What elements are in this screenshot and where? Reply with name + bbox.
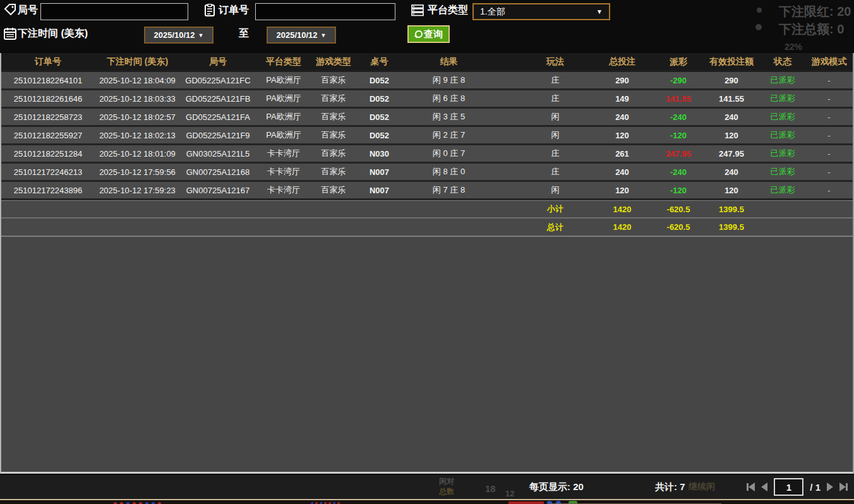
cell-bet-time: 2025-10-12 18:03:33 (95, 94, 180, 104)
cell-valid-bet: 240 (703, 112, 760, 122)
chevron-down-icon: ▼ (321, 32, 327, 39)
pager-controls: / 1 (747, 478, 848, 496)
bg-count-a: 18 (485, 483, 496, 494)
cell-play-type: 闲 (520, 111, 591, 123)
date-from-value: 2025/10/12 (154, 30, 195, 40)
cell-platform: PA欧洲厅 (256, 75, 311, 86)
cell-payout: -240 (654, 167, 703, 177)
subtotal-payout: -620.5 (654, 205, 703, 214)
first-page-button[interactable] (747, 483, 755, 491)
cell-table-number: D052 (356, 112, 403, 122)
cell-bet-time: 2025-10-12 17:59:56 (95, 167, 180, 177)
cell-game-mode: - (805, 186, 853, 195)
bet-history-table: 订单号下注时间 (美东)局号平台类型游戏类型桌号结果玩法总投注派彩有效投注额状态… (0, 53, 854, 474)
cell-play-type: 闲 (520, 129, 591, 141)
cell-order-number: 251012182258723 (1, 112, 95, 122)
cell-valid-bet: 120 (703, 131, 760, 140)
cell-game-type: 百家乐 (311, 93, 356, 104)
cell-game-mode: - (805, 94, 853, 104)
table-row[interactable]: 251012182258723 2025-10-12 18:02:57 GD05… (1, 109, 853, 127)
cell-round-number: GD05225A121F9 (180, 131, 256, 140)
cell-round-number: GD05225A121FB (180, 94, 256, 104)
next-page-button[interactable] (827, 483, 833, 491)
order-number-label: 订单号 (219, 4, 249, 17)
cell-round-number: GD05225A121FA (180, 112, 256, 122)
cell-platform: 卡卡湾厅 (256, 148, 311, 159)
cell-game-type: 百家乐 (311, 166, 356, 177)
order-number-input[interactable] (255, 3, 395, 20)
cell-play-type: 庄 (520, 148, 591, 159)
cell-result: 闲 0 庄 7 (403, 148, 495, 159)
platform-type-select[interactable]: 1.全部 ▼ (472, 3, 610, 20)
total-row: 总计 1420 -620.5 1399.5 (1, 219, 853, 237)
table-header-row: 订单号下注时间 (美东)局号平台类型游戏类型桌号结果玩法总投注派彩有效投注额状态… (1, 53, 853, 72)
cell-play-type: 庄 (520, 75, 591, 86)
page-number-input[interactable] (774, 478, 803, 496)
cell-game-mode: - (805, 149, 853, 159)
date-to-value: 2025/10/12 (277, 30, 318, 40)
subtotal-label: 小计 (520, 203, 591, 215)
cell-game-type: 百家乐 (311, 148, 356, 159)
header-cell: 总投注 (591, 56, 654, 68)
header-cell: 结果 (403, 56, 495, 68)
table-row[interactable]: 251012182251284 2025-10-12 18:01:09 GN03… (1, 145, 853, 164)
cell-table-number: N007 (356, 167, 403, 177)
cell-result: 闲 7 庄 8 (403, 184, 495, 196)
cell-order-number: 251012172243896 (1, 186, 95, 195)
cell-valid-bet: 240 (703, 167, 760, 177)
total-valid: 1399.5 (703, 222, 760, 232)
query-form: 局号 订单号 平台类型 1.全部 ▼ 下注时间 (美东) 2025/10/12 … (0, 0, 854, 52)
platform-type-label: 平台类型 (428, 4, 468, 17)
round-number-input[interactable] (40, 3, 188, 20)
prev-page-button[interactable] (761, 483, 767, 491)
cell-order-number: 251012182255927 (1, 131, 95, 140)
date-from-picker[interactable]: 2025/10/12 ▼ (144, 27, 213, 44)
cell-platform: 卡卡湾厅 (256, 184, 311, 196)
total-label: 总计 (520, 222, 591, 233)
cell-platform: 卡卡湾厅 (256, 166, 311, 177)
cell-table-number: D052 (356, 76, 403, 85)
cell-result: 闲 9 庄 8 (403, 75, 495, 86)
cell-bet-time: 2025-10-12 17:59:23 (95, 186, 180, 195)
cell-game-mode: - (805, 76, 853, 85)
bg-dot (757, 8, 762, 13)
bg-dot (755, 24, 762, 30)
round-number-label: 局号 (18, 4, 38, 17)
header-cell: 玩法 (520, 56, 591, 68)
table-row[interactable]: 251012182255927 2025-10-12 18:02:13 GD05… (1, 127, 853, 145)
last-page-button[interactable] (839, 483, 848, 491)
cell-total-bet: 240 (591, 167, 654, 177)
cell-valid-bet: 141.55 (703, 94, 760, 104)
cell-total-bet: 261 (591, 149, 654, 159)
cell-valid-bet: 290 (703, 76, 760, 85)
bg-count-label: 总数 (439, 486, 454, 497)
cell-status: 已派彩 (760, 93, 805, 104)
header-cell: 下注时间 (美东) (95, 56, 180, 68)
cell-game-type: 百家乐 (311, 111, 356, 123)
cell-total-bet: 290 (591, 76, 654, 85)
table-body: 251012182264101 2025-10-12 18:04:09 GD05… (1, 72, 853, 200)
to-label: 至 (239, 27, 249, 40)
query-button-label: 查询 (424, 28, 443, 40)
query-button[interactable]: 查询 (407, 25, 450, 43)
cell-order-number: 251012172246213 (1, 167, 95, 177)
header-cell: 桌号 (356, 56, 403, 68)
table-row[interactable]: 251012172243896 2025-10-12 17:59:23 GN00… (1, 182, 853, 200)
table-row[interactable]: 251012182264101 2025-10-12 18:04:09 GD05… (1, 72, 853, 90)
bg-pair-label: 闲对 (439, 476, 454, 487)
table-row[interactable]: 251012182261646 2025-10-12 18:03:33 GD05… (1, 90, 853, 109)
cell-game-mode: - (805, 131, 853, 140)
cell-table-number: N007 (356, 186, 403, 195)
header-cell: 派彩 (654, 56, 703, 68)
cell-order-number: 251012182251284 (1, 149, 95, 159)
bg-bet-limit-text: 下注限红: 20 - 50,0 (779, 3, 854, 20)
header-cell: 状态 (760, 56, 805, 68)
bg-bet-total-text: 下注总额: 0 (779, 21, 844, 38)
bg-count-b: 12 (505, 489, 514, 498)
cell-total-bet: 240 (591, 112, 654, 122)
cell-round-number: GN00725A12167 (180, 186, 256, 195)
total-payout: -620.5 (654, 222, 703, 232)
page-size-text: 每页显示: 20 (529, 481, 584, 493)
date-to-picker[interactable]: 2025/10/12 ▼ (267, 27, 336, 44)
table-row[interactable]: 251012172246213 2025-10-12 17:59:56 GN00… (1, 164, 853, 182)
